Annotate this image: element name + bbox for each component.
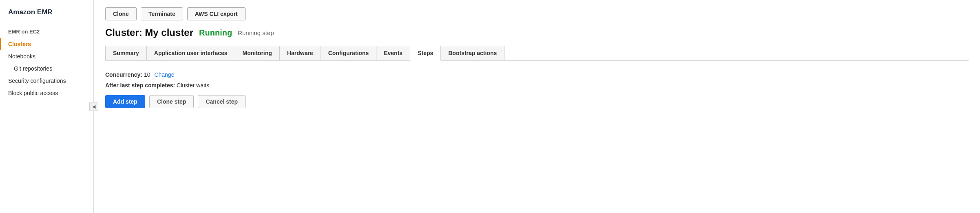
- cluster-status: Running: [199, 28, 232, 38]
- cluster-title: Cluster: My cluster: [105, 27, 193, 38]
- after-last-step-value: Cluster waits: [177, 82, 209, 89]
- tab-application-user-interfaces[interactable]: Application user interfaces: [146, 46, 235, 60]
- sidebar-item-label: Notebooks: [8, 53, 35, 60]
- after-last-step-row: After last step completes: Cluster waits: [105, 82, 969, 89]
- concurrency-row: Concurrency: 10 Change: [105, 71, 969, 78]
- terminate-button[interactable]: Terminate: [141, 7, 183, 20]
- tab-bar: Summary Application user interfaces Moni…: [105, 46, 969, 61]
- sidebar-item-label: Security configurations: [8, 78, 66, 84]
- clone-button[interactable]: Clone: [105, 7, 137, 20]
- tab-bootstrap-actions[interactable]: Bootstrap actions: [440, 46, 504, 60]
- tab-steps[interactable]: Steps: [410, 46, 441, 61]
- cluster-running-step: Running step: [238, 29, 274, 36]
- tab-configurations[interactable]: Configurations: [321, 46, 377, 60]
- sidebar-item-label: Block public access: [8, 90, 58, 96]
- clone-step-button[interactable]: Clone step: [149, 95, 194, 108]
- steps-content: Concurrency: 10 Change After last step c…: [105, 69, 969, 111]
- concurrency-value: 10: [144, 71, 150, 78]
- top-action-bar: Clone Terminate AWS CLI export: [105, 7, 969, 20]
- tab-events[interactable]: Events: [376, 46, 410, 60]
- sidebar-item-block-public-access[interactable]: Block public access: [0, 87, 93, 99]
- aws-cli-export-button[interactable]: AWS CLI export: [187, 7, 246, 20]
- sidebar-item-git-repositories[interactable]: Git repositories: [0, 62, 93, 75]
- after-last-step-label: After last step completes:: [105, 82, 175, 89]
- step-actions-bar: Add step Clone step Cancel step: [105, 95, 969, 108]
- sidebar-collapse-button[interactable]: ◀: [89, 102, 98, 111]
- sidebar-item-clusters[interactable]: Clusters: [0, 38, 93, 50]
- tab-summary[interactable]: Summary: [105, 46, 147, 60]
- tab-hardware[interactable]: Hardware: [279, 46, 321, 60]
- concurrency-change-link[interactable]: Change: [154, 71, 174, 78]
- tab-monitoring[interactable]: Monitoring: [235, 46, 280, 60]
- concurrency-label: Concurrency:: [105, 71, 142, 78]
- cancel-step-button[interactable]: Cancel step: [198, 95, 246, 108]
- sidebar-section-label: EMR on EC2: [0, 23, 93, 38]
- app-logo: Amazon EMR: [0, 8, 93, 23]
- main-content: Clone Terminate AWS CLI export Cluster: …: [94, 0, 980, 213]
- cluster-title-bar: Cluster: My cluster Running Running step: [105, 27, 969, 38]
- sidebar-item-notebooks[interactable]: Notebooks: [0, 50, 93, 62]
- sidebar-item-label: Git repositories: [14, 65, 52, 72]
- sidebar: Amazon EMR EMR on EC2 Clusters Notebooks…: [0, 0, 94, 213]
- sidebar-item-label: Clusters: [8, 41, 31, 47]
- add-step-button[interactable]: Add step: [105, 95, 145, 108]
- sidebar-item-security-configurations[interactable]: Security configurations: [0, 75, 93, 87]
